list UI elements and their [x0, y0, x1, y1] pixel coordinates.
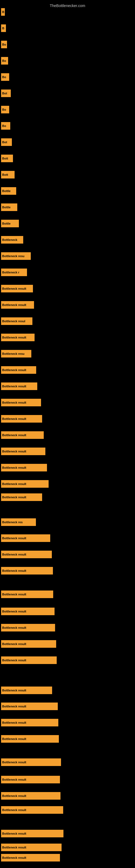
- bar-item-22: Bottleneck result: [1, 366, 36, 374]
- bar-item-27: Bottleneck result: [1, 447, 45, 455]
- bar-item-13: Bottle: [1, 220, 19, 227]
- bar-item-46: Bottleneck result: [1, 792, 60, 800]
- bar-item-28: Bottleneck result: [1, 464, 47, 471]
- bar-item-14: Bottleneck: [1, 236, 23, 244]
- bar-item-5: Bot: [1, 90, 11, 97]
- bar-item-3: Bo: [1, 57, 8, 65]
- bar-item-23: Bottleneck result: [1, 382, 37, 390]
- bar-item-21: Bottleneck resu: [1, 350, 31, 358]
- bar-item-43: Bottleneck result: [1, 735, 59, 743]
- bar-item-37: Bottleneck result: [1, 624, 55, 631]
- bar-item-15: Bottleneck resu: [1, 252, 31, 260]
- bar-item-25: Bottleneck result: [1, 415, 42, 423]
- bar-item-38: Bottleneck result: [1, 640, 56, 648]
- bar-item-47: Bottleneck result: [1, 806, 63, 814]
- bar-item-18: Bottleneck result: [1, 301, 34, 309]
- site-title: TheBottlenecker.com: [0, 1, 135, 10]
- bar-item-44: Bottleneck result: [1, 758, 61, 766]
- bar-item-29: Bottleneck result: [1, 480, 49, 488]
- bar-item-36: Bottleneck result: [1, 608, 54, 615]
- bar-item-32: Bottleneck result: [1, 534, 50, 542]
- bar-item-26: Bottleneck result: [1, 431, 44, 439]
- bar-item-30: Bottleneck result: [1, 493, 42, 501]
- bar-item-24: Bottleneck result: [1, 399, 41, 406]
- bar-item-49: Bottleneck result: [1, 844, 61, 851]
- bar-item-2: Bo: [1, 41, 7, 48]
- bar-item-20: Bottleneck result: [1, 334, 35, 341]
- bar-item-41: Bottleneck result: [1, 703, 58, 710]
- bar-item-10: Bott: [1, 171, 14, 179]
- bar-item-45: Bottleneck result: [1, 776, 60, 783]
- bar-item-17: Bottleneck result: [1, 285, 33, 292]
- bar-item-16: Bottleneck r: [1, 269, 27, 276]
- bar-item-12: Bottle: [1, 204, 17, 211]
- bar-item-31: Bottleneck res: [1, 518, 36, 526]
- bar-item-1: B: [1, 24, 6, 32]
- bar-item-6: Bo: [1, 106, 9, 113]
- bar-item-50: Bottleneck result: [1, 854, 60, 862]
- bar-item-4: Bo: [1, 73, 9, 81]
- bar-item-0: B: [1, 8, 5, 16]
- bar-item-48: Bottleneck result: [1, 830, 63, 837]
- bar-item-33: Bottleneck result: [1, 551, 52, 558]
- bar-item-40: Bottleneck result: [1, 686, 52, 694]
- bar-item-11: Bottle: [1, 187, 16, 195]
- bar-item-9: Bott: [1, 155, 13, 162]
- bar-item-19: Bottleneck resul: [1, 317, 32, 325]
- bar-item-8: Bot: [1, 138, 12, 146]
- bar-item-34: Bottleneck result: [1, 567, 53, 575]
- bar-item-35: Bottleneck result: [1, 590, 53, 598]
- bar-item-39: Bottleneck result: [1, 656, 57, 664]
- bar-item-42: Bottleneck result: [1, 719, 58, 726]
- bar-item-7: Bo: [1, 122, 10, 130]
